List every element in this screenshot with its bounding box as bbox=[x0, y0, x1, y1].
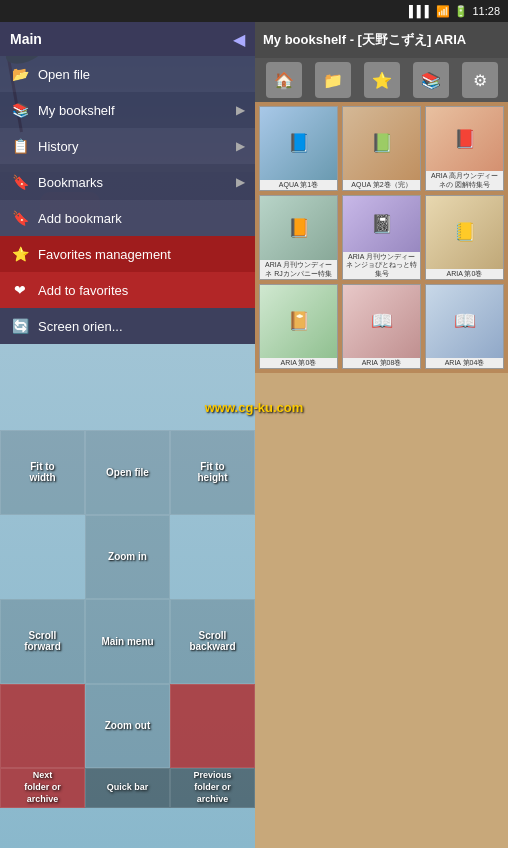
menu-item-add-to-favorites[interactable]: ❤ Add to favorites bbox=[0, 272, 255, 308]
menu-header: Main ◀ bbox=[0, 22, 255, 56]
history-icon: 📋 bbox=[10, 136, 30, 156]
screen-orientation-icon: 🔄 bbox=[10, 316, 30, 336]
book-item[interactable]: 📒 ARIA 第0巻 bbox=[425, 195, 504, 280]
menu-label-add-bookmark: Add bookmark bbox=[38, 211, 245, 226]
menu-label-favorites-management: Favorites management bbox=[38, 247, 245, 262]
menu-label-bookmarks: Bookmarks bbox=[38, 175, 228, 190]
bookshelf-title: My bookshelf - [天野こずえ] ARIA bbox=[263, 31, 466, 49]
menu-item-open-file[interactable]: 📂 Open file bbox=[0, 56, 255, 92]
add-favorites-icon: ❤ bbox=[10, 280, 30, 300]
menu-item-screen-orientation[interactable]: 🔄 Screen orien... bbox=[0, 308, 255, 344]
right-panel: My bookshelf - [天野こずえ] ARIA 🏠 📁 ⭐ 📚 ⚙ 📘 … bbox=[255, 22, 508, 848]
toolbar-folder-button[interactable]: 📁 bbox=[315, 62, 351, 98]
book-item[interactable]: 📙 ARIA 月刊ウンディーネ RJカンパニー特集 bbox=[259, 195, 338, 280]
menu-close-arrow[interactable]: ◀ bbox=[233, 30, 245, 49]
toolbar-settings-button[interactable]: ⚙ bbox=[462, 62, 498, 98]
book-cover: 📗 bbox=[343, 107, 420, 180]
menu-item-bookmarks[interactable]: 🔖 Bookmarks ▶ bbox=[0, 164, 255, 200]
menu-label-add-to-favorites: Add to favorites bbox=[38, 283, 245, 298]
add-bookmark-icon: 🔖 bbox=[10, 208, 30, 228]
book-cover: 📒 bbox=[426, 196, 503, 269]
book-title: ARIA 第04巻 bbox=[426, 358, 503, 368]
book-item[interactable]: 📗 AQUA 第2巻（完） bbox=[342, 106, 421, 191]
book-item[interactable]: 📘 AQUA 第1巻 bbox=[259, 106, 338, 191]
scroll-backward-button[interactable]: Scrollbackward bbox=[170, 599, 255, 684]
book-cover: 📓 bbox=[343, 196, 420, 252]
book-title: ARIA 第0巻 bbox=[260, 358, 337, 368]
book-cover: 📖 bbox=[426, 285, 503, 358]
scroll-forward-button[interactable]: Scrollforward bbox=[0, 599, 85, 684]
bookshelf-toolbar: 🏠 📁 ⭐ 📚 ⚙ bbox=[255, 58, 508, 102]
time-display: 11:28 bbox=[472, 5, 500, 17]
bookshelf-icon: 📚 bbox=[10, 100, 30, 120]
book-title: AQUA 第1巻 bbox=[260, 180, 337, 190]
book-grid: 📘 AQUA 第1巻 📗 AQUA 第2巻（完） 📕 ARIA 高月ウンディーネ… bbox=[255, 102, 508, 373]
menu-item-my-bookshelf[interactable]: 📚 My bookshelf ▶ bbox=[0, 92, 255, 128]
watermark: www.cg-ku.com bbox=[0, 400, 508, 415]
toolbar-home-button[interactable]: 🏠 bbox=[266, 62, 302, 98]
fit-to-width-button[interactable]: Fit towidth bbox=[0, 430, 85, 515]
empty-cell-1 bbox=[0, 515, 85, 600]
main-menu-button[interactable]: Main menu bbox=[85, 599, 170, 684]
book-item[interactable]: 📓 ARIA 月刊ウンディーネ ンジョぴとねっと特集号 bbox=[342, 195, 421, 280]
next-folder-button[interactable]: Nextfolder orarchive bbox=[0, 768, 85, 808]
toolbar-book-button[interactable]: 📚 bbox=[413, 62, 449, 98]
menu-item-add-bookmark[interactable]: 🔖 Add bookmark bbox=[0, 200, 255, 236]
menu-label-my-bookshelf: My bookshelf bbox=[38, 103, 228, 118]
book-cover: 📖 bbox=[343, 285, 420, 358]
red-cell-1 bbox=[0, 684, 85, 769]
menu-header-title: Main bbox=[10, 31, 42, 47]
red-cell-2 bbox=[170, 684, 255, 769]
book-title: ARIA 月刊ウンディーネ ンジョぴとねっと特集号 bbox=[343, 252, 420, 279]
book-item[interactable]: 📕 ARIA 高月ウンディーネの 図解特集号 bbox=[425, 106, 504, 191]
book-title: ARIA 月刊ウンディーネ RJカンパニー特集 bbox=[260, 260, 337, 279]
empty-cell-2 bbox=[170, 515, 255, 600]
book-item[interactable]: 📔 ARIA 第0巻 bbox=[259, 284, 338, 369]
book-item[interactable]: 📖 ARIA 第08巻 bbox=[342, 284, 421, 369]
book-item[interactable]: 📖 ARIA 第04巻 bbox=[425, 284, 504, 369]
quick-bar-button[interactable]: Quick bar bbox=[85, 768, 170, 808]
favorites-mgmt-icon: ⭐ bbox=[10, 244, 30, 264]
book-title: ARIA 第08巻 bbox=[343, 358, 420, 368]
submenu-arrow: ▶ bbox=[236, 139, 245, 153]
bottom-labels: Nextfolder orarchive Quick bar Previousf… bbox=[0, 768, 255, 848]
open-file-icon: 📂 bbox=[10, 64, 30, 84]
submenu-arrow: ▶ bbox=[236, 103, 245, 117]
open-file-button[interactable]: Open file bbox=[85, 430, 170, 515]
zoom-in-button[interactable]: Zoom in bbox=[85, 515, 170, 600]
book-title: ARIA 高月ウンディーネの 図解特集号 bbox=[426, 171, 503, 190]
prev-folder-button[interactable]: Previousfolder orarchive bbox=[170, 768, 255, 808]
submenu-arrow: ▶ bbox=[236, 175, 245, 189]
book-cover: 📔 bbox=[260, 285, 337, 358]
zoom-out-button[interactable]: Zoom out bbox=[85, 684, 170, 769]
status-bar: ▌▌▌ 📶 🔋 11:28 bbox=[0, 0, 508, 22]
bookshelf-header: My bookshelf - [天野こずえ] ARIA bbox=[255, 22, 508, 58]
wifi-icon: 📶 bbox=[436, 5, 450, 18]
menu-label-history: History bbox=[38, 139, 228, 154]
book-title: AQUA 第2巻（完） bbox=[343, 180, 420, 190]
menu-item-favorites-management[interactable]: ⭐ Favorites management bbox=[0, 236, 255, 272]
fit-to-height-button[interactable]: Fit toheight bbox=[170, 430, 255, 515]
menu-label-open-file: Open file bbox=[38, 67, 245, 82]
toolbar-star-button[interactable]: ⭐ bbox=[364, 62, 400, 98]
book-title: ARIA 第0巻 bbox=[426, 269, 503, 279]
main-menu: Main ◀ 📂 Open file 📚 My bookshelf ▶ 📋 Hi… bbox=[0, 22, 255, 344]
menu-item-history[interactable]: 📋 History ▶ bbox=[0, 128, 255, 164]
book-cover: 📙 bbox=[260, 196, 337, 260]
book-cover: 📘 bbox=[260, 107, 337, 180]
menu-label-screen-orientation: Screen orien... bbox=[38, 319, 245, 334]
signal-icon: ▌▌▌ bbox=[409, 5, 432, 17]
action-grid: Fit towidth Open file Fit toheight Zoom … bbox=[0, 430, 255, 768]
bookmarks-icon: 🔖 bbox=[10, 172, 30, 192]
book-cover: 📕 bbox=[426, 107, 503, 171]
status-icons: ▌▌▌ 📶 🔋 11:28 bbox=[409, 5, 500, 18]
battery-icon: 🔋 bbox=[454, 5, 468, 18]
